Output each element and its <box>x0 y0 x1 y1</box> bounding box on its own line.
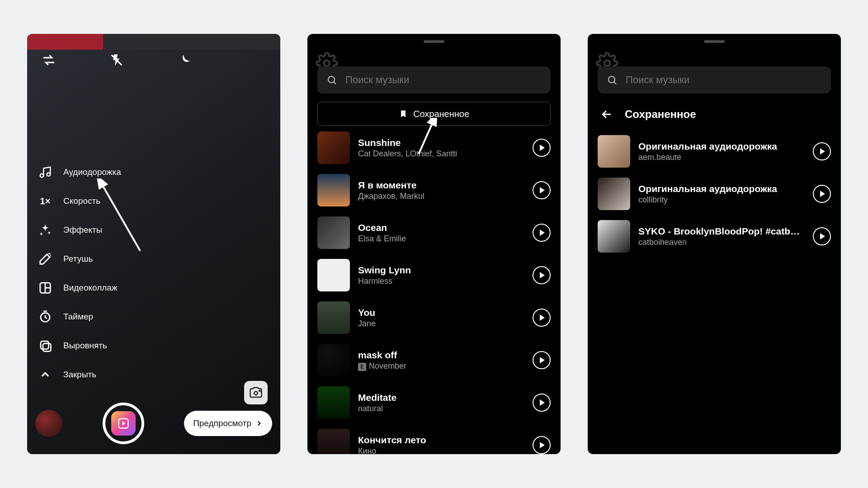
play-icon <box>540 187 545 193</box>
svg-point-1 <box>40 174 44 178</box>
flash-off-icon[interactable] <box>108 51 126 69</box>
capture-button[interactable] <box>103 403 144 444</box>
track-title: mask off <box>358 350 524 361</box>
track-row[interactable]: Я в моментеДжарахов, Markul <box>317 174 551 206</box>
play-button[interactable] <box>533 436 551 454</box>
play-button[interactable] <box>533 266 551 284</box>
collage-icon <box>38 281 52 295</box>
drag-handle[interactable] <box>424 40 444 43</box>
sidebar-item-speed[interactable]: 1×Скорость <box>38 194 121 208</box>
sidebar-item-label: Выровнять <box>63 341 107 351</box>
track-row[interactable]: Кончится летоКино <box>317 429 551 454</box>
bookmark-icon <box>399 109 408 118</box>
track-meta: Кончится летоКино <box>358 435 524 455</box>
track-meta: Оригинальная аудиодорожкаaem.beaute <box>638 141 805 162</box>
sidebar-item-sparkle[interactable]: Эффекты <box>38 223 121 237</box>
play-icon <box>540 399 545 406</box>
sidebar-item-label: Эффекты <box>63 225 102 235</box>
track-row[interactable]: YouJane <box>317 301 551 334</box>
search-icon <box>607 75 618 85</box>
play-icon <box>820 191 825 197</box>
sidebar-item-collage[interactable]: Видеоколлаж <box>38 281 121 295</box>
sidebar-item-chevron-up[interactable]: Закрыть <box>38 367 121 382</box>
track-cover <box>317 344 350 376</box>
track-artist: collibrity <box>638 195 805 205</box>
sidebar-item-label: Видеоколлаж <box>63 283 118 293</box>
track-cover <box>317 216 350 249</box>
track-artist: ENovember <box>358 361 524 371</box>
sidebar-item-align[interactable]: Выровнять <box>38 338 121 353</box>
svg-point-17 <box>604 61 610 66</box>
saved-header: Сохраненное <box>598 105 831 123</box>
preview-button[interactable]: Предпросмотр <box>184 411 272 436</box>
track-title: Оригинальная аудиодорожка <box>638 141 805 152</box>
saved-button[interactable]: Сохраненное <box>317 102 551 126</box>
track-meta: Я в моментеДжарахов, Markul <box>358 180 524 201</box>
track-artist: Джарахов, Markul <box>358 192 524 201</box>
sidebar-item-wand[interactable]: Ретушь <box>38 252 121 266</box>
track-artist: Jane <box>358 319 524 328</box>
track-artist: Harmless <box>358 277 524 286</box>
gallery-thumbnail[interactable] <box>35 410 62 437</box>
search-input[interactable] <box>345 74 542 86</box>
play-button[interactable] <box>813 227 831 245</box>
reels-icon <box>111 411 136 436</box>
saved-label: Сохраненное <box>413 109 469 119</box>
play-button[interactable] <box>813 185 831 203</box>
track-cover <box>317 131 350 164</box>
track-row[interactable]: SunshineCat Dealers, LOthief, Santti <box>317 131 551 164</box>
speed-icon: 1× <box>38 194 52 208</box>
play-button[interactable] <box>533 139 551 157</box>
back-button[interactable] <box>598 105 616 123</box>
svg-point-18 <box>609 76 615 83</box>
svg-rect-7 <box>41 341 49 349</box>
track-meta: YouJane <box>358 307 524 328</box>
play-button[interactable] <box>533 394 551 412</box>
track-title: Кончится лето <box>358 435 524 446</box>
night-mode-icon[interactable] <box>175 51 193 69</box>
play-button[interactable] <box>533 351 551 369</box>
sidebar-item-timer[interactable]: Таймер <box>38 310 121 324</box>
track-meta: OceanElsa & Emilie <box>358 222 524 244</box>
sidebar-item-label: Закрыть <box>63 370 96 380</box>
track-list: SunshineCat Dealers, LOthief, SanttiЯ в … <box>317 131 551 454</box>
play-button[interactable] <box>533 224 551 242</box>
sidebar-item-label: Таймер <box>63 312 93 322</box>
camera-flip-button[interactable] <box>244 381 268 404</box>
sidebar-item-label: Ретушь <box>63 254 93 264</box>
sparkle-icon <box>38 223 52 237</box>
music-search-bar[interactable] <box>317 66 551 94</box>
play-icon <box>540 230 545 236</box>
track-row[interactable]: OceanElsa & Emilie <box>317 216 551 249</box>
track-meta: Оригинальная аудиодорожкаcollibrity <box>638 183 805 205</box>
drag-handle[interactable] <box>704 40 725 43</box>
track-title: You <box>358 307 524 318</box>
preview-label: Предпросмотр <box>193 418 251 428</box>
music-icon <box>38 165 52 179</box>
top-toolbar <box>27 51 280 69</box>
track-row[interactable]: Swing LynnHarmless <box>317 259 551 291</box>
track-row[interactable]: Оригинальная аудиодорожкаcollibrity <box>598 178 831 210</box>
svg-point-2 <box>47 173 51 176</box>
swap-icon[interactable] <box>40 51 58 69</box>
track-row[interactable]: Оригинальная аудиодорожкаaem.beaute <box>598 135 831 168</box>
track-cover <box>317 301 350 334</box>
track-title: Meditate <box>358 392 524 403</box>
track-artist: Elsa & Emilie <box>358 234 524 244</box>
track-cover <box>317 259 350 291</box>
play-button[interactable] <box>533 309 551 327</box>
play-button[interactable] <box>813 142 831 160</box>
track-row[interactable]: SYKO - BrooklynBloodPop! #catboiheavenca… <box>598 220 831 253</box>
track-title: Ocean <box>358 222 524 233</box>
play-button[interactable] <box>533 181 551 199</box>
panel-saved-music: Сохраненное Оригинальная аудиодорожкаaem… <box>588 34 841 454</box>
play-icon <box>540 272 545 278</box>
music-search-bar[interactable] <box>598 66 831 94</box>
search-input[interactable] <box>626 74 822 86</box>
track-title: Sunshine <box>358 137 524 148</box>
sidebar-item-music[interactable]: Аудиодорожка <box>38 165 121 179</box>
track-row[interactable]: Meditatenatural <box>317 386 551 419</box>
capture-bar: Предпросмотр <box>27 403 280 444</box>
panel-music-search: Сохраненное SunshineCat Dealers, LOthief… <box>307 34 561 454</box>
track-row[interactable]: mask offENovember <box>317 344 551 376</box>
